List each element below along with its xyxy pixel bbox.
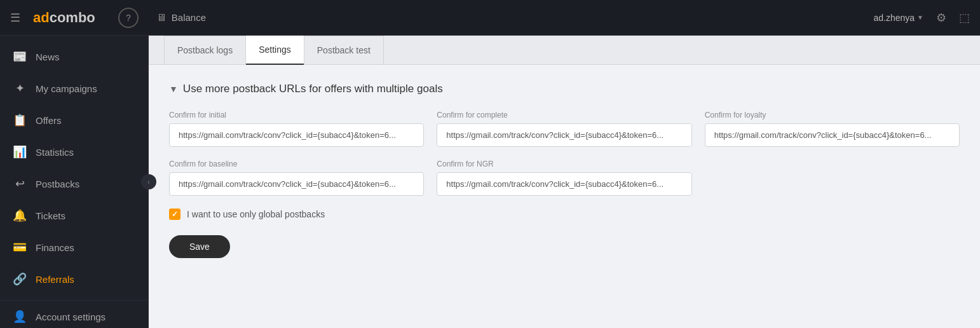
sidebar-wrapper: 📰 News ✦ My campaigns 📋 Offers 📊 Statist… bbox=[0, 36, 149, 328]
label-ngr: Confirm for NGR bbox=[437, 160, 691, 168]
sidebar-item-label-offers: Offers bbox=[36, 115, 62, 126]
balance-icon: 🖥 bbox=[156, 12, 167, 24]
label-baseline: Confirm for baseline bbox=[169, 160, 424, 168]
input-baseline[interactable] bbox=[169, 172, 424, 196]
sidebar-item-finances[interactable]: 💳 Finances bbox=[0, 231, 148, 263]
finances-icon: 💳 bbox=[13, 240, 27, 254]
field-group-baseline: Confirm for baseline bbox=[169, 160, 424, 196]
offers-icon: 📋 bbox=[13, 113, 27, 127]
field-group-loyalty: Confirm for loyalty bbox=[705, 111, 960, 147]
topbar-settings-icon[interactable]: ⚙ bbox=[936, 11, 946, 25]
sidebar-item-label-postbacks: Postbacks bbox=[36, 179, 79, 189]
sidebar-item-referrals[interactable]: 🔗 Referrals bbox=[0, 263, 148, 295]
field-group-complete: Confirm for complete bbox=[437, 111, 691, 147]
sidebar-item-statistics[interactable]: 📊 Statistics bbox=[0, 136, 148, 168]
save-button[interactable]: Save bbox=[169, 235, 230, 258]
referrals-icon: 🔗 bbox=[13, 272, 27, 286]
tab-settings[interactable]: Settings bbox=[246, 36, 304, 65]
logo: adcombo bbox=[33, 10, 95, 26]
balance-section: 🖥 Balance bbox=[156, 12, 206, 24]
field-group-ngr: Confirm for NGR bbox=[437, 160, 691, 196]
tab-postback-logs[interactable]: Postback logs bbox=[164, 36, 246, 65]
sidebar-collapse-button[interactable]: ‹ bbox=[141, 174, 156, 189]
sidebar-item-tickets[interactable]: 🔔 Tickets bbox=[0, 200, 148, 231]
section-collapse-icon[interactable]: ▼ bbox=[169, 84, 178, 94]
fields-row-2: Confirm for baseline Confirm for NGR bbox=[169, 160, 960, 196]
help-button[interactable]: ? bbox=[118, 8, 139, 28]
user-chevron-icon: ▼ bbox=[917, 14, 923, 21]
sidebar-nav: 📰 News ✦ My campaigns 📋 Offers 📊 Statist… bbox=[0, 36, 148, 300]
main-content: Postback logs Settings Postback test ▼ U… bbox=[149, 36, 980, 328]
sidebar: 📰 News ✦ My campaigns 📋 Offers 📊 Statist… bbox=[0, 36, 149, 328]
global-postbacks-checkbox[interactable]: ✓ bbox=[169, 208, 180, 220]
checkbox-check-icon: ✓ bbox=[172, 210, 178, 219]
sidebar-item-label-campaigns: My campaigns bbox=[36, 83, 97, 94]
sidebar-item-my-campaigns[interactable]: ✦ My campaigns bbox=[0, 72, 148, 104]
input-loyalty[interactable] bbox=[705, 123, 960, 147]
menu-icon[interactable]: ☰ bbox=[10, 11, 20, 25]
sidebar-item-offers[interactable]: 📋 Offers bbox=[0, 104, 148, 136]
user-menu[interactable]: ad.zhenya ▼ bbox=[873, 13, 923, 23]
balance-label: Balance bbox=[172, 12, 206, 23]
username: ad.zhenya bbox=[873, 13, 915, 23]
postbacks-icon: ↩ bbox=[13, 177, 27, 191]
fields-row-1: Confirm for initial Confirm for complete… bbox=[169, 111, 960, 147]
sidebar-item-label-statistics: Statistics bbox=[36, 147, 74, 158]
layout: 📰 News ✦ My campaigns 📋 Offers 📊 Statist… bbox=[0, 36, 980, 328]
tickets-icon: 🔔 bbox=[13, 208, 27, 222]
account-settings-icon: 👤 bbox=[13, 310, 27, 324]
content-area: ▼ Use more postback URLs for offers with… bbox=[149, 65, 980, 276]
sidebar-item-label-referrals: Referrals bbox=[36, 274, 74, 285]
sidebar-item-label-news: News bbox=[36, 51, 60, 62]
sidebar-item-postbacks[interactable]: ↩ Postbacks bbox=[0, 168, 148, 200]
checkbox-row: ✓ I want to use only global postbacks bbox=[169, 208, 960, 220]
sidebar-item-label-tickets: Tickets bbox=[36, 210, 65, 221]
input-ngr[interactable] bbox=[437, 172, 691, 196]
field-group-initial: Confirm for initial bbox=[169, 111, 424, 147]
campaigns-icon: ✦ bbox=[13, 81, 27, 95]
sidebar-item-news[interactable]: 📰 News bbox=[0, 41, 148, 72]
logo-combo: combo bbox=[50, 10, 95, 25]
section-header: ▼ Use more postback URLs for offers with… bbox=[169, 83, 960, 95]
tab-postback-test[interactable]: Postback test bbox=[304, 36, 384, 65]
topbar-right: ad.zhenya ▼ ⚙ ⬚ bbox=[873, 11, 970, 25]
topbar-logout-icon[interactable]: ⬚ bbox=[959, 11, 970, 25]
label-complete: Confirm for complete bbox=[437, 111, 691, 120]
statistics-icon: 📊 bbox=[13, 145, 27, 159]
section-title: Use more postback URLs for offers with m… bbox=[183, 83, 443, 95]
label-initial: Confirm for initial bbox=[169, 111, 424, 120]
sidebar-item-label-finances: Finances bbox=[36, 242, 74, 253]
input-complete[interactable] bbox=[437, 123, 691, 147]
tabs-bar: Postback logs Settings Postback test bbox=[149, 36, 980, 65]
checkbox-label: I want to use only global postbacks bbox=[187, 209, 325, 219]
logo-ad: ad bbox=[33, 10, 50, 25]
news-icon: 📰 bbox=[13, 50, 27, 64]
sidebar-item-account-settings[interactable]: 👤 Account settings bbox=[0, 300, 148, 328]
label-loyalty: Confirm for loyalty bbox=[705, 111, 960, 120]
input-initial[interactable] bbox=[169, 123, 424, 147]
sidebar-footer-label: Account settings bbox=[36, 311, 105, 322]
topbar: ☰ adcombo ? 🖥 Balance ad.zhenya ▼ ⚙ ⬚ bbox=[0, 0, 980, 36]
